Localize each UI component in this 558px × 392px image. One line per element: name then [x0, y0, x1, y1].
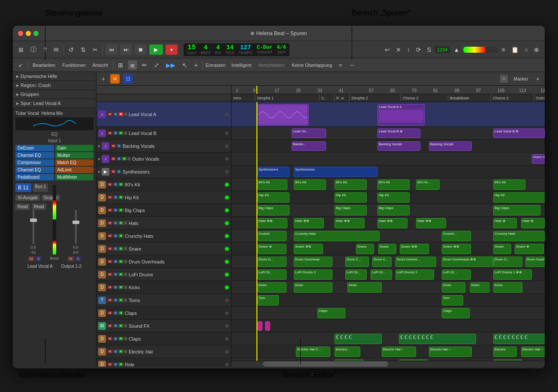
clip-bigclaps-1[interactable]: Big Claps — [257, 205, 290, 215]
play-button[interactable]: ▶ — [149, 45, 163, 55]
clip-bigclaps-2[interactable]: Big Claps — [335, 205, 367, 215]
dynamic-help-header[interactable]: ▶ Dynamische Hilfe — [13, 72, 96, 81]
clip-backing-1[interactable]: Backin... — [292, 141, 326, 151]
plugin-pedalboard[interactable]: Pedalboard — [15, 174, 54, 180]
eq-curve[interactable] — [15, 117, 94, 130]
toolbar-btn-msg[interactable]: ✉ — [51, 45, 61, 54]
input-btn-18[interactable]: I — [124, 350, 127, 353]
clip-ehat-6[interactable]: Electric Hat ○ — [521, 347, 545, 357]
solo-btn-1[interactable]: S — [113, 131, 118, 135]
clip-snare-6[interactable]: Snare ⊕⊕ — [442, 244, 471, 254]
clip-snare-5[interactable]: Snare ⊕⊕ — [400, 244, 429, 254]
bus-display[interactable]: Bus 1 — [33, 183, 48, 192]
rec-btn-10[interactable]: R — [118, 247, 124, 251]
close-button[interactable] — [18, 31, 23, 36]
clip-lead-vocal-b-3[interactable]: Lead Vocal B ⊕ — [493, 129, 545, 138]
clip-do-4[interactable]: Drum C... — [372, 257, 392, 267]
clip-bigclaps-3[interactable]: Big Claps — [377, 205, 410, 215]
clip-kicks-5[interactable]: Kicks — [470, 282, 489, 293]
clip-kicks-4[interactable]: Kicks — [442, 282, 465, 293]
clip-ehat-3[interactable]: Electric Hat ! — [382, 347, 416, 357]
pointer-icon[interactable]: ↖ — [180, 60, 190, 70]
track-header[interactable]: ▶ Spur: Lead Vocal A — [13, 99, 96, 108]
clip-80s-4[interactable]: 80's Kit — [377, 180, 410, 190]
input-btn-10[interactable]: I — [124, 247, 127, 251]
toolbar-btn-grid[interactable]: ⊞ — [16, 45, 26, 54]
notes-icon[interactable]: 📋 — [509, 45, 521, 54]
input-btn-0[interactable]: I — [124, 112, 127, 116]
input-btn-1[interactable]: I — [124, 131, 127, 135]
clip-synth-2[interactable]: Synthesizers — [294, 167, 377, 177]
clip-80s-5[interactable]: 80's Ki... — [416, 180, 440, 190]
mute-btn-7[interactable]: M — [107, 208, 113, 212]
loop-icon[interactable]: ⟳ — [414, 45, 423, 54]
clip-ride-1[interactable]: Ride — [335, 359, 364, 361]
bearbeiten-menu[interactable]: Bearbeiten — [30, 61, 57, 69]
rec-btn-16[interactable]: R — [118, 324, 124, 328]
mute-btn-1[interactable]: M — [107, 131, 113, 135]
clip-ehat-4[interactable]: Electric Hat ○ — [429, 347, 472, 357]
plugin-channel-eq2[interactable]: Channel EQ — [15, 167, 54, 173]
undo-icon[interactable]: ↩ — [383, 45, 392, 54]
waveform-icon[interactable]: ≈ — [337, 60, 344, 70]
clip-do-6[interactable]: Drum Overheads ⊕⊕ — [442, 257, 493, 267]
clip-lofi-4[interactable]: LoFi Dr... — [371, 269, 392, 280]
mute-btn-17[interactable]: M — [107, 337, 113, 341]
clip-lofi-2[interactable]: LoFi Drums 2 — [294, 269, 332, 280]
input-btn-14[interactable]: I — [124, 298, 127, 302]
clip-ehat-2[interactable]: Electric... — [335, 347, 360, 357]
input-btn-17[interactable]: I — [124, 337, 127, 341]
fader-thumb-1[interactable] — [30, 218, 37, 222]
clip-soundfx-2[interactable] — [265, 321, 270, 331]
region-header[interactable]: ▶ Region: Crash — [13, 81, 96, 90]
rec-btn-8[interactable]: R — [118, 221, 124, 225]
clip-80s-2[interactable]: 80's Kit — [294, 180, 326, 190]
clip-outro-vocals[interactable]: Outro Vocals — [532, 154, 545, 164]
solo-button-left[interactable]: S — [36, 256, 42, 261]
scrollbar-thumb[interactable] — [263, 361, 388, 367]
ausgabe-display[interactable]: St-Ausgab — [15, 195, 40, 201]
apple-loops-icon[interactable]: ⊕ — [532, 45, 541, 54]
add-track-button[interactable]: + — [100, 75, 107, 83]
minimize-button[interactable] — [26, 31, 31, 36]
chase-icon[interactable]: ▶▶ — [164, 60, 178, 70]
clip-claps2-3[interactable]: ℂℂℂℂℂℂℂℂ — [493, 334, 545, 344]
plugin-gain[interactable]: Gain — [55, 145, 94, 151]
rec-btn-7[interactable]: R — [118, 208, 124, 212]
mute-btn-6[interactable]: M — [107, 195, 113, 199]
clip-80s-3[interactable]: 80's Kit — [335, 180, 367, 190]
solo-btn-10[interactable]: S — [113, 247, 118, 251]
toolbar-btn-info[interactable]: ⓘ — [28, 45, 39, 55]
clip-lofi-5[interactable]: LoFi Drums 2 — [395, 269, 434, 280]
clip-kicks-1[interactable]: Kicks — [257, 282, 287, 293]
clip-do-8[interactable]: Drum Overhead — [525, 257, 545, 267]
mute-btn-4[interactable]: M — [111, 170, 116, 174]
solo-button-right[interactable]: S — [75, 256, 81, 261]
rec-btn-12[interactable]: R — [118, 272, 124, 276]
clip-hip-4[interactable]: Hip Kit — [493, 192, 545, 203]
redo-icon[interactable]: ✕ — [394, 45, 403, 54]
rec-btn-15[interactable]: R — [118, 311, 124, 315]
blue-tool-icon[interactable]: ◻ — [123, 74, 133, 84]
clip-lead-vocal-a-1[interactable] — [257, 104, 309, 126]
clip-snare-8[interactable]: Snare ⊕ — [515, 244, 544, 254]
ansicht-menu[interactable]: Ansicht — [90, 61, 110, 69]
plugin-adlimit[interactable]: AdLimit — [55, 167, 94, 173]
chord-display[interactable]: B 11 — [15, 183, 31, 192]
plus-icon[interactable]: + — [192, 60, 200, 70]
rec-btn-11[interactable]: R — [118, 260, 124, 263]
solo-btn-4[interactable]: S — [117, 170, 121, 174]
plugin-compressor[interactable]: Compressor — [15, 159, 54, 166]
clip-hip-3[interactable]: Hip Kit — [377, 192, 410, 203]
clip-ride-3[interactable]: Ride — [493, 359, 522, 361]
solo-btn-8[interactable]: S — [113, 221, 118, 225]
clip-80s-6[interactable]: 80's Kit — [493, 180, 525, 190]
share-icon[interactable]: ↑ — [405, 45, 412, 54]
solo-btn-16[interactable]: S — [113, 324, 118, 328]
plugin-multimeter[interactable]: MultiMeter — [55, 174, 94, 180]
clip-claps2-2[interactable]: ℂℂℂℂℂℂℂℂ — [399, 334, 476, 344]
plugin-multipr[interactable]: Multipr — [55, 152, 94, 159]
clip-toms-2[interactable]: Tom — [442, 295, 463, 305]
stop-button[interactable]: ⏹ — [135, 45, 147, 55]
clip-snare-2[interactable]: Snare ⊕⊕ — [294, 244, 323, 254]
